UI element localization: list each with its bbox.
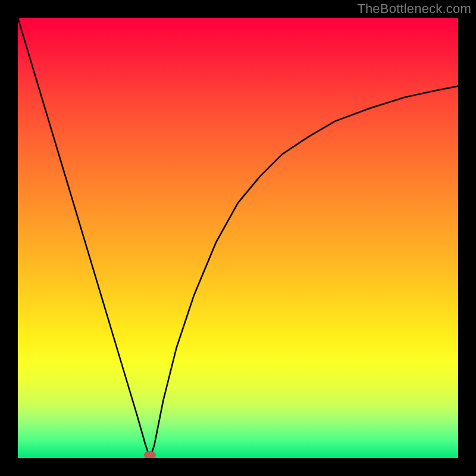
watermark-label: TheBottleneck.com [357,1,471,17]
chart-frame: TheBottleneck.com [0,0,476,476]
bottleneck-curve [18,18,458,458]
svg-point-0 [144,451,156,458]
plot-area [18,18,458,458]
chart-svg [18,18,458,458]
minimum-marker [144,451,156,458]
